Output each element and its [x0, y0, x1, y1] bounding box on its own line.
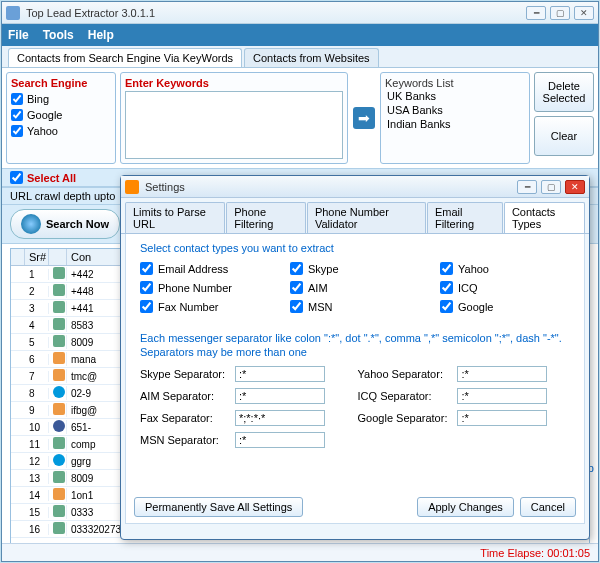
settings-titlebar: Settings ━ ▢ ✕: [121, 176, 589, 198]
sk-icon: [53, 386, 65, 398]
cb-skype[interactable]: Skype: [290, 262, 420, 275]
icq-sep-input[interactable]: [457, 388, 547, 404]
keywords-list-title: Keywords List: [385, 77, 525, 89]
cb-msn[interactable]: MSN: [290, 300, 420, 313]
statusbar: Time Elapse: 00:01:05: [2, 543, 598, 561]
phone-icon: [53, 437, 65, 449]
menubar: File Tools Help: [2, 24, 598, 46]
fax-sep-input[interactable]: [235, 410, 325, 426]
main-tabs: Contacts from Search Engine Via KeyWords…: [2, 46, 598, 68]
aim-sep-input[interactable]: [235, 388, 325, 404]
search-engine-panel: Search Engine Bing Google Yahoo: [6, 72, 116, 164]
mail-icon: [53, 369, 65, 381]
dlg-maximize-button[interactable]: ▢: [541, 180, 561, 194]
enter-keywords-panel: Enter Keywords: [120, 72, 348, 164]
app-title: Top Lead Extractor 3.0.1.1: [26, 7, 526, 19]
select-all-checkbox[interactable]: [10, 171, 23, 184]
cb-google-im[interactable]: Google: [440, 300, 570, 313]
keyword-item[interactable]: UK Banks: [385, 89, 525, 103]
settings-dialog: Settings ━ ▢ ✕ Limits to Parse URL Phone…: [120, 175, 590, 540]
msn-sep-label: MSN Separator:: [140, 434, 225, 446]
mail-icon: [53, 403, 65, 415]
mail-icon: [53, 488, 65, 500]
cb-google[interactable]: Google: [11, 109, 111, 121]
contact-types-hint: Select contact types you want to extract: [140, 242, 570, 254]
maximize-button[interactable]: ▢: [550, 6, 570, 20]
phone-icon: [53, 505, 65, 517]
cb-fax[interactable]: Fax Number: [140, 300, 270, 313]
delete-selected-button[interactable]: Delete Selected: [534, 72, 594, 112]
cb-yahoo[interactable]: Yahoo: [11, 125, 111, 137]
keywords-list-panel: Keywords List UK Banks USA Banks Indian …: [380, 72, 530, 164]
tab-email-filtering[interactable]: Email Filtering: [427, 202, 503, 233]
cancel-button[interactable]: Cancel: [520, 497, 576, 517]
google-sep-label: Google Separator:: [358, 412, 448, 424]
globe-icon: [21, 214, 41, 234]
search-engine-title: Search Engine: [11, 77, 111, 89]
tab-phone-validator[interactable]: Phone Number Validator: [307, 202, 426, 233]
phone-icon: [53, 301, 65, 313]
phone-icon: [53, 522, 65, 534]
yahoo-sep-label: Yahoo Separator:: [358, 368, 448, 380]
time-elapse: Time Elapse: 00:01:05: [480, 547, 590, 559]
close-button[interactable]: ✕: [574, 6, 594, 20]
settings-title: Settings: [145, 181, 517, 193]
add-keyword-button[interactable]: ➡: [353, 107, 375, 129]
tab-phone-filtering[interactable]: Phone Filtering: [226, 202, 306, 233]
aim-sep-label: AIM Separator:: [140, 390, 225, 402]
phone-icon: [53, 335, 65, 347]
menu-file[interactable]: File: [8, 28, 29, 42]
cb-aim[interactable]: AIM: [290, 281, 420, 294]
cb-phone[interactable]: Phone Number: [140, 281, 270, 294]
skype-sep-input[interactable]: [235, 366, 325, 382]
cb-email[interactable]: Email Address: [140, 262, 270, 275]
separator-hint: Each messenger separator like colon ":*"…: [140, 331, 570, 360]
tab-websites[interactable]: Contacts from Websites: [244, 48, 379, 67]
phone-icon: [53, 471, 65, 483]
tab-keywords[interactable]: Contacts from Search Engine Via KeyWords: [8, 48, 242, 67]
col-sr[interactable]: Sr#: [25, 249, 49, 265]
crawl-depth-label: URL crawl depth upto: [10, 190, 115, 202]
settings-tabs: Limits to Parse URL Phone Filtering Phon…: [121, 198, 589, 234]
phone-icon: [53, 267, 65, 279]
tab-contacts-types[interactable]: Contacts Types: [504, 202, 585, 233]
tab-limits[interactable]: Limits to Parse URL: [125, 202, 225, 233]
skype-sep-label: Skype Separator:: [140, 368, 225, 380]
keywords-textarea[interactable]: [125, 91, 343, 159]
select-all-label: Select All: [27, 172, 76, 184]
clear-button[interactable]: Clear: [534, 116, 594, 156]
settings-icon: [125, 180, 139, 194]
cb-yahoo-im[interactable]: Yahoo: [440, 262, 570, 275]
keyword-item[interactable]: USA Banks: [385, 103, 525, 117]
main-titlebar: Top Lead Extractor 3.0.1.1 ━ ▢ ✕: [2, 2, 598, 24]
yahoo-sep-input[interactable]: [457, 366, 547, 382]
perm-save-button[interactable]: Permanently Save All Settings: [134, 497, 303, 517]
dlg-minimize-button[interactable]: ━: [517, 180, 537, 194]
icq-sep-label: ICQ Separator:: [358, 390, 448, 402]
app-icon: [6, 6, 20, 20]
fax-sep-label: Fax Separator:: [140, 412, 225, 424]
phone-icon: [53, 284, 65, 296]
enter-keywords-title: Enter Keywords: [125, 77, 343, 89]
apply-changes-button[interactable]: Apply Changes: [417, 497, 514, 517]
fb-icon: [53, 420, 65, 432]
mail-icon: [53, 352, 65, 364]
search-now-button[interactable]: Search Now: [10, 209, 120, 239]
minimize-button[interactable]: ━: [526, 6, 546, 20]
menu-help[interactable]: Help: [88, 28, 114, 42]
cb-bing[interactable]: Bing: [11, 93, 111, 105]
menu-tools[interactable]: Tools: [43, 28, 74, 42]
keyword-item[interactable]: Indian Banks: [385, 117, 525, 131]
phone-icon: [53, 318, 65, 330]
dlg-close-button[interactable]: ✕: [565, 180, 585, 194]
sk-icon: [53, 454, 65, 466]
google-sep-input[interactable]: [457, 410, 547, 426]
msn-sep-input[interactable]: [235, 432, 325, 448]
cb-icq[interactable]: ICQ: [440, 281, 570, 294]
